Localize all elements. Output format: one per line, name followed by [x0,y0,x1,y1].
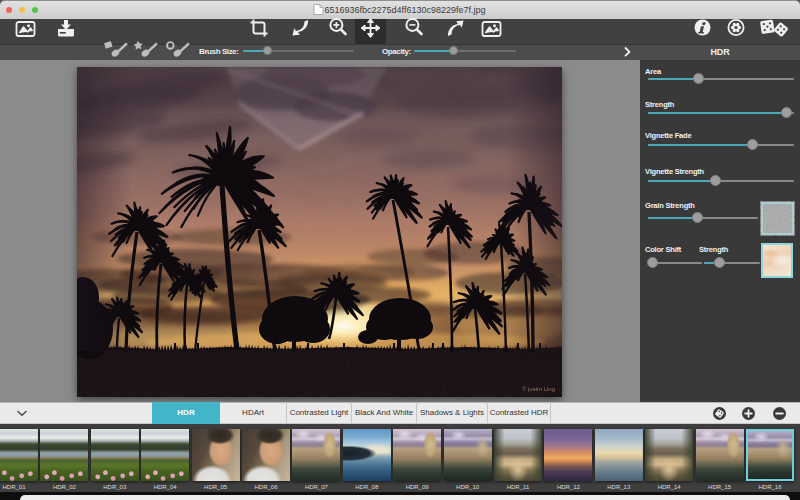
svg-text:© justin Ling: © justin Ling [522,386,555,392]
